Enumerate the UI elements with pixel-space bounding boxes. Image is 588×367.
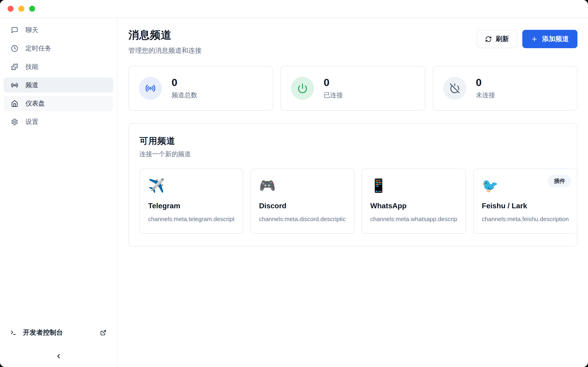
- channel-description: channels:meta.feishu.description: [482, 216, 569, 223]
- clock-icon: [11, 45, 18, 52]
- telegram-emoji-icon: ✈️: [148, 178, 234, 193]
- refresh-button[interactable]: 刷新: [477, 30, 517, 48]
- sidebar-item-skills[interactable]: 技能: [4, 59, 113, 74]
- channel-card-telegram[interactable]: ✈️ Telegram channels:meta.telegram.descr…: [139, 169, 243, 234]
- power-icon: [297, 83, 308, 94]
- channel-cards-row: ✈️ Telegram channels:meta.telegram.descr…: [139, 169, 566, 234]
- sidebar-item-chat[interactable]: 聊天: [4, 23, 113, 38]
- power-off-icon: [450, 83, 460, 94]
- sidebar-item-channels[interactable]: 频道: [4, 77, 113, 93]
- total-channels-icon-circle: [139, 77, 162, 100]
- sidebar-item-label: 频道: [26, 81, 38, 90]
- channel-name: Discord: [259, 202, 346, 210]
- developer-console-link[interactable]: 开发者控制台: [4, 328, 113, 337]
- sidebar-item-label: 定时任务: [26, 44, 51, 53]
- main-content: 消息频道 管理您的消息频道和连接 刷新 添加频道: [117, 18, 588, 367]
- radio-icon: [11, 82, 18, 89]
- sidebar-collapse-button[interactable]: [54, 351, 63, 361]
- available-channels-panel: 可用频道 连接一个新的频道 ✈️ Telegram channels:meta.…: [128, 123, 578, 247]
- panel-title: 可用频道: [139, 135, 566, 147]
- sidebar-item-settings[interactable]: 设置: [4, 114, 113, 129]
- whatsapp-emoji-icon: 📱: [370, 178, 457, 193]
- sidebar-item-label: 设置: [26, 117, 38, 126]
- traffic-lights: [8, 6, 35, 12]
- channel-card-whatsapp[interactable]: 📱 WhatsApp channels:meta.whatsapp.descri…: [362, 169, 466, 234]
- titlebar: [0, 0, 588, 18]
- stat-card-total-channels: 0 频道总数: [128, 66, 273, 111]
- external-link-icon[interactable]: [100, 330, 106, 336]
- home-icon: [11, 100, 18, 107]
- plugin-badge: 插件: [548, 175, 571, 187]
- channel-name: Feishu / Lark: [482, 202, 569, 210]
- chevron-left-icon: [55, 353, 62, 360]
- plus-icon: [531, 36, 538, 42]
- channel-card-feishu[interactable]: 插件 🐦 Feishu / Lark channels:meta.feishu.…: [473, 169, 578, 234]
- chat-icon: [11, 27, 18, 34]
- stat-label: 未连接: [476, 91, 495, 100]
- channel-name: Telegram: [148, 202, 234, 210]
- disconnected-icon-circle: [443, 77, 466, 100]
- channel-description: channels:meta.discord.descriptic: [259, 216, 346, 223]
- app-window: 聊天 定时任务 技能 频道 仪表盘 设置: [0, 0, 588, 367]
- radio-icon: [145, 83, 156, 94]
- minimize-button[interactable]: [18, 6, 24, 12]
- sidebar-item-label: 聊天: [26, 26, 38, 34]
- page-subtitle: 管理您的消息频道和连接: [128, 46, 202, 55]
- terminal-icon: [10, 329, 17, 336]
- developer-console-label: 开发者控制台: [23, 328, 63, 337]
- channel-description: channels:meta.whatsapp.descrip: [370, 216, 457, 223]
- connected-icon-circle: [291, 77, 314, 100]
- channel-card-discord[interactable]: 🎮 Discord channels:meta.discord.descript…: [250, 169, 355, 234]
- refresh-button-label: 刷新: [496, 34, 509, 44]
- stat-label: 已连接: [324, 91, 343, 100]
- channel-name: WhatsApp: [370, 202, 457, 210]
- stat-label: 频道总数: [172, 91, 197, 100]
- panel-subtitle: 连接一个新的频道: [139, 150, 566, 158]
- stat-value: 0: [476, 77, 495, 88]
- add-channel-button-label: 添加频道: [542, 34, 569, 44]
- stat-card-disconnected: 0 未连接: [433, 66, 578, 111]
- sidebar-item-scheduled-tasks[interactable]: 定时任务: [4, 41, 113, 56]
- gear-icon: [11, 118, 18, 125]
- stat-card-connected: 0 已连接: [280, 66, 425, 111]
- refresh-icon: [485, 36, 492, 42]
- zoom-button[interactable]: [29, 6, 35, 12]
- stats-row: 0 频道总数 0 已连接: [128, 66, 578, 111]
- sidebar-item-dashboard[interactable]: 仪表盘: [4, 96, 113, 111]
- sidebar-footer: 开发者控制台: [4, 328, 113, 361]
- add-channel-button[interactable]: 添加频道: [522, 30, 578, 48]
- stat-value: 0: [324, 77, 343, 88]
- sidebar: 聊天 定时任务 技能 频道 仪表盘 设置: [0, 18, 117, 367]
- sidebar-item-label: 技能: [26, 62, 38, 71]
- discord-emoji-icon: 🎮: [259, 178, 346, 193]
- close-button[interactable]: [8, 6, 14, 12]
- page-title: 消息频道: [128, 28, 202, 42]
- sidebar-item-label: 仪表盘: [26, 99, 45, 108]
- channel-description: channels:meta.telegram.descript: [148, 216, 234, 223]
- puzzle-icon: [11, 63, 18, 70]
- stat-value: 0: [172, 77, 197, 88]
